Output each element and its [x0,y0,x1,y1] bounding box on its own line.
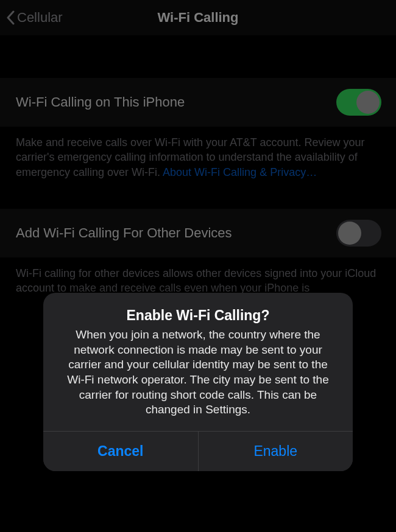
alert-message: When you join a network, the country whe… [60,327,336,418]
enable-wifi-calling-alert: Enable Wi-Fi Calling? When you join a ne… [43,293,353,471]
alert-title: Enable Wi-Fi Calling? [60,307,336,324]
alert-buttons: Cancel Enable [43,431,353,471]
enable-button[interactable]: Enable [199,432,353,471]
cancel-button[interactable]: Cancel [43,432,199,471]
alert-body: Enable Wi-Fi Calling? When you join a ne… [43,293,353,431]
